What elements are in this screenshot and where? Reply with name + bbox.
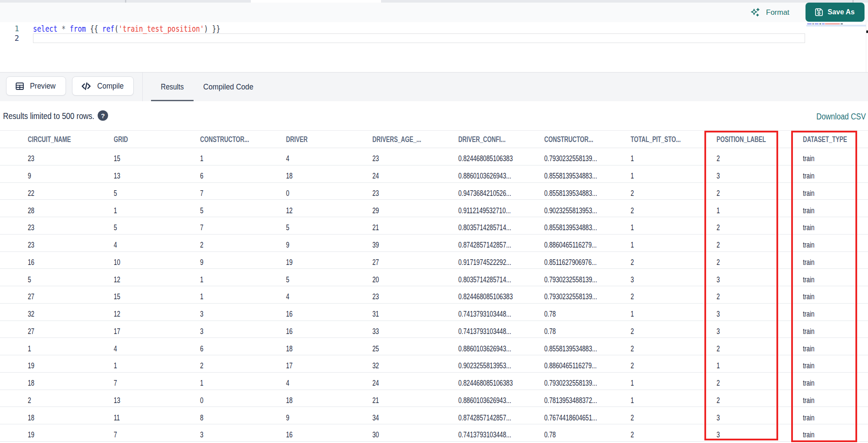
tab-results[interactable]: Results <box>151 73 194 101</box>
compile-label: Compile <box>97 82 124 91</box>
code-editor[interactable]: 1 2 select * from {{ ref('train_test_pos… <box>0 22 868 72</box>
table-cell: 13 <box>114 165 200 182</box>
table-cell: 0.7674418604651... <box>544 407 630 424</box>
code-icon <box>80 80 92 92</box>
table-cell: 25 <box>372 338 458 355</box>
table-cell: 9 <box>286 407 372 424</box>
table-cell: 18 <box>286 165 372 182</box>
table-cell: 6 <box>200 338 286 355</box>
table-cell: 23 <box>28 235 114 251</box>
table-cell: 0.9023255813953... <box>458 355 544 372</box>
table-cell: 0.78 <box>544 304 630 321</box>
table-cell: 2 <box>631 321 717 338</box>
table-cell: 6 <box>200 165 286 182</box>
table-cell: 4 <box>286 286 372 303</box>
table-cell: 34 <box>372 407 458 424</box>
table-cell: 16 <box>286 321 372 338</box>
table-cell: 0.8860103626943... <box>458 338 544 355</box>
table-cell: 0.8558139534883... <box>544 165 630 182</box>
table-cell: 23 <box>28 217 114 234</box>
table-cell: 0 <box>200 390 286 407</box>
table-cell: 30 <box>372 424 458 441</box>
download-csv-link[interactable]: Download CSV <box>816 112 868 122</box>
table-cell: 19 <box>286 252 372 269</box>
table-cell: 0.824468085106383 <box>458 286 544 303</box>
column-header[interactable]: DRIVER_CONFI... <box>458 131 544 148</box>
table-cell: 5 <box>114 217 200 234</box>
table-cell: 1 <box>631 148 717 165</box>
table-cell: 8 <box>200 407 286 424</box>
table-cell: 0.78 <box>544 321 630 338</box>
editor-minimap[interactable] <box>806 22 867 72</box>
column-header[interactable]: TOTAL_PIT_STO... <box>631 131 717 148</box>
table-cell: 0.7413793103448... <box>458 424 544 441</box>
table-cell: 12 <box>114 304 200 321</box>
column-header[interactable]: DRIVERS_AGE_... <box>372 131 458 148</box>
table-cell: 27 <box>28 321 114 338</box>
editor-scrollbar-track[interactable] <box>866 22 866 72</box>
table-cell: 23 <box>28 148 114 165</box>
table-cell: 2 <box>631 407 717 424</box>
format-label: Format <box>766 8 789 17</box>
table-cell: 0.8035714285714... <box>458 217 544 234</box>
table-cell: 18 <box>286 338 372 355</box>
table-cell: 29 <box>372 200 458 217</box>
tab-compiled-code-label: Compiled Code <box>204 83 253 92</box>
table-cell: 24 <box>372 165 458 182</box>
column-header[interactable]: CIRCUIT_NAME <box>28 131 114 148</box>
table-cell: 21 <box>372 390 458 407</box>
table-cell: 1 <box>631 235 717 251</box>
table-cell: 0.7930232558139... <box>544 269 630 286</box>
column-header[interactable]: DRIVER <box>286 131 372 148</box>
table-cell: 13 <box>114 390 200 407</box>
table-cell: 4 <box>114 235 200 251</box>
annotation-box-position-label <box>704 131 778 440</box>
table-cell: 2 <box>631 286 717 303</box>
table-cell: 23 <box>372 183 458 200</box>
table-cell: 2 <box>631 183 717 200</box>
table-cell: 15 <box>114 148 200 165</box>
table-cell: 1 <box>200 148 286 165</box>
format-button[interactable]: Format <box>750 5 789 20</box>
table-cell: 0.7413793103448... <box>458 321 544 338</box>
table-cell: 18 <box>28 407 114 424</box>
table-cell: 27 <box>372 252 458 269</box>
compile-button[interactable]: Compile <box>72 76 134 96</box>
table-cell: 7 <box>114 424 200 441</box>
save-icon <box>814 7 824 17</box>
save-as-button[interactable]: Save As <box>806 3 865 22</box>
table-cell: 0.9112149532710... <box>458 200 544 217</box>
table-cell: 9 <box>28 165 114 182</box>
tab-compiled-code[interactable]: Compiled Code <box>194 73 263 101</box>
column-header[interactable]: GRID <box>114 131 200 148</box>
table-cell: 0.7813953488372... <box>544 390 630 407</box>
table-cell: 2 <box>631 424 717 441</box>
table-cell: 20 <box>372 269 458 286</box>
table-cell: 5 <box>28 269 114 286</box>
column-header[interactable]: CONSTRUCTOR... <box>200 131 286 148</box>
table-cell: 1 <box>631 304 717 321</box>
table-cell: 0.8558139534883... <box>544 217 630 234</box>
preview-button[interactable]: Preview <box>6 76 66 96</box>
table-cell: 1 <box>28 338 114 355</box>
table-cell: 5 <box>200 200 286 217</box>
help-icon[interactable]: ? <box>98 110 108 121</box>
table-cell: 4 <box>114 338 200 355</box>
table-cell: 17 <box>286 355 372 372</box>
table-cell: 19 <box>28 355 114 372</box>
column-header[interactable]: CONSTRUCTOR... <box>544 131 630 148</box>
table-cell: 10 <box>114 252 200 269</box>
table-cell: 2 <box>28 390 114 407</box>
table-cell: 1 <box>631 165 717 182</box>
table-cell: 9 <box>286 235 372 251</box>
table-cell: 18 <box>286 390 372 407</box>
table-cell: 0.8742857142857... <box>458 235 544 251</box>
table-cell: 2 <box>200 355 286 372</box>
table-cell: 1 <box>631 217 717 234</box>
table-cell: 2 <box>631 200 717 217</box>
table-cell: 5 <box>286 269 372 286</box>
table-cell: 0.824468085106383 <box>458 373 544 390</box>
table-cell: 39 <box>372 235 458 251</box>
table-cell: 23 <box>372 286 458 303</box>
preview-label: Preview <box>30 82 56 91</box>
